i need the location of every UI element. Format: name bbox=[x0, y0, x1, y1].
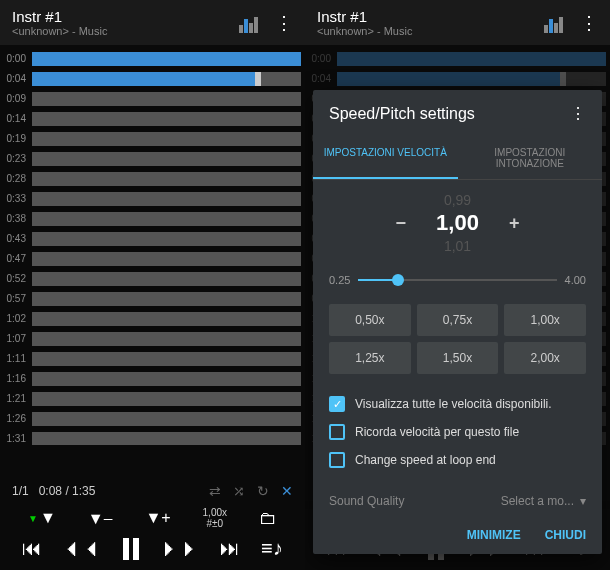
forward-button[interactable]: ⏵⏵ bbox=[160, 537, 200, 560]
waveform-timestamp: 1:21 bbox=[0, 393, 32, 404]
checkbox[interactable]: ✓ bbox=[329, 396, 345, 412]
speed-display[interactable]: 1,00x #±0 bbox=[203, 507, 227, 529]
waveform-timestamp: 0:09 bbox=[0, 93, 32, 104]
minimize-button[interactable]: MINIMIZE bbox=[467, 528, 521, 542]
waveform-row[interactable]: 1:26 bbox=[0, 409, 305, 428]
checkbox-row[interactable]: Change speed at loop end bbox=[329, 446, 586, 474]
rewind-button[interactable]: ⏴⏴ bbox=[63, 537, 103, 560]
waveform-row[interactable]: 0:47 bbox=[0, 249, 305, 268]
waveform-timestamp: 0:23 bbox=[0, 153, 32, 164]
repeat-icon[interactable]: ⇄ bbox=[209, 483, 221, 499]
quality-select[interactable]: Select a mo...▾ bbox=[501, 494, 586, 508]
waveform-timestamp: 1:07 bbox=[0, 333, 32, 344]
preset-button[interactable]: 2,00x bbox=[504, 342, 586, 374]
waveform-row[interactable]: 1:11 bbox=[0, 349, 305, 368]
waveform-timestamp: 0:14 bbox=[0, 113, 32, 124]
waveform-row[interactable]: 0:14 bbox=[0, 109, 305, 128]
preset-button[interactable]: 1,25x bbox=[329, 342, 411, 374]
waveform-row[interactable]: 0:04 bbox=[0, 69, 305, 88]
waveform-row[interactable]: 0:52 bbox=[0, 269, 305, 288]
waveform-row[interactable]: 0:04 bbox=[305, 69, 610, 88]
waveform-row[interactable]: 1:16 bbox=[0, 369, 305, 388]
waveform-timestamp: 0:52 bbox=[0, 273, 32, 284]
player-controls: 1/1 0:08 / 1:35 ⇄ ⤮ ↻ ✕ ▼▼ ▼‒ ▼+ 1,00x #… bbox=[0, 477, 305, 570]
checkbox[interactable] bbox=[329, 452, 345, 468]
folder-icon[interactable]: 🗀 bbox=[259, 508, 277, 529]
speed-minus-button[interactable]: − bbox=[396, 213, 407, 234]
checkbox-row[interactable]: Ricorda velocità per questo file bbox=[329, 418, 586, 446]
preset-button[interactable]: 1,00x bbox=[504, 304, 586, 336]
speed-slider[interactable] bbox=[358, 270, 556, 290]
checkbox-row[interactable]: ✓Visualizza tutte le velocità disponibil… bbox=[329, 390, 586, 418]
waveform-row[interactable]: 1:21 bbox=[0, 389, 305, 408]
tab-speed[interactable]: IMPOSTAZIONI VELOCITÀ bbox=[313, 137, 458, 179]
speed-prev: 0,99 bbox=[313, 192, 602, 208]
waveform-row[interactable]: 0:57 bbox=[0, 289, 305, 308]
equalizer-icon[interactable] bbox=[239, 13, 259, 33]
app-header: Instr #1 <unknown> - Music ⋮ bbox=[0, 0, 305, 45]
preset-button[interactable]: 1,50x bbox=[417, 342, 499, 374]
playlist-icon[interactable]: ≡♪ bbox=[261, 537, 283, 560]
waveform-timestamp: 0:19 bbox=[0, 133, 32, 144]
waveform-row[interactable]: 0:28 bbox=[0, 169, 305, 188]
speed-plus-button[interactable]: + bbox=[509, 213, 520, 234]
waveform-row[interactable]: 1:02 bbox=[0, 309, 305, 328]
waveform-timestamp: 0:00 bbox=[0, 53, 32, 64]
waveform-timestamp: 1:11 bbox=[0, 353, 32, 364]
checkbox-label: Ricorda velocità per questo file bbox=[355, 425, 519, 439]
waveform-row[interactable]: 1:07 bbox=[0, 329, 305, 348]
track-title: Instr #1 bbox=[317, 8, 544, 25]
waveform-timestamp: 1:16 bbox=[0, 373, 32, 384]
waveform-timestamp: 1:02 bbox=[0, 313, 32, 324]
dialog-menu-icon[interactable]: ⋮ bbox=[570, 104, 586, 123]
time-position: 0:08 / 1:35 bbox=[39, 484, 96, 498]
dialog-title: Speed/Pitch settings bbox=[329, 105, 475, 123]
tab-pitch[interactable]: IMPOSTAZIONI INTONAZIONE bbox=[458, 137, 603, 179]
vol-down-button[interactable]: ▼▼ bbox=[28, 509, 56, 527]
waveform-timestamp: 0:00 bbox=[305, 53, 337, 64]
waveform-row[interactable]: 0:00 bbox=[305, 49, 610, 68]
track-title: Instr #1 bbox=[12, 8, 239, 25]
right-pane: Instr #1 <unknown> - Music ⋮ 0:000:040:0… bbox=[305, 0, 610, 570]
waveform-row[interactable]: 0:33 bbox=[0, 189, 305, 208]
track-counter: 1/1 bbox=[12, 484, 29, 498]
play-pause-button[interactable] bbox=[123, 538, 139, 560]
waveform-row[interactable]: 0:38 bbox=[0, 209, 305, 228]
checkbox-list: ✓Visualizza tutte le velocità disponibil… bbox=[313, 386, 602, 486]
waveform-area[interactable]: 0:000:040:090:140:190:230:280:330:380:43… bbox=[0, 45, 305, 445]
speed-down-button[interactable]: ▼‒ bbox=[88, 509, 114, 528]
waveform-row[interactable]: 1:31 bbox=[0, 429, 305, 445]
quality-label: Sound Quality bbox=[329, 494, 404, 508]
cross-icon[interactable]: ✕ bbox=[281, 483, 293, 499]
waveform-timestamp: 0:28 bbox=[0, 173, 32, 184]
checkbox[interactable] bbox=[329, 424, 345, 440]
waveform-timestamp: 0:04 bbox=[0, 73, 32, 84]
equalizer-icon[interactable] bbox=[544, 13, 564, 33]
speed-value[interactable]: 1,00 bbox=[436, 210, 479, 236]
waveform-row[interactable]: 0:23 bbox=[0, 149, 305, 168]
prev-track-button[interactable]: ⏮ bbox=[22, 537, 42, 560]
waveform-timestamp: 0:38 bbox=[0, 213, 32, 224]
waveform-timestamp: 0:04 bbox=[305, 73, 337, 84]
waveform-timestamp: 1:31 bbox=[0, 433, 32, 444]
next-track-button[interactable]: ⏭ bbox=[220, 537, 240, 560]
slider-min: 0.25 bbox=[329, 274, 350, 286]
waveform-row[interactable]: 0:00 bbox=[0, 49, 305, 68]
speed-next: 1,01 bbox=[313, 238, 602, 254]
shuffle-icon[interactable]: ⤮ bbox=[233, 483, 245, 499]
waveform-timestamp: 0:57 bbox=[0, 293, 32, 304]
speed-up-button[interactable]: ▼+ bbox=[145, 509, 170, 527]
preset-button[interactable]: 0,50x bbox=[329, 304, 411, 336]
close-button[interactable]: CHIUDI bbox=[545, 528, 586, 542]
waveform-timestamp: 1:26 bbox=[0, 413, 32, 424]
waveform-row[interactable]: 0:19 bbox=[0, 129, 305, 148]
waveform-row[interactable]: 0:43 bbox=[0, 229, 305, 248]
loop-icon[interactable]: ↻ bbox=[257, 483, 269, 499]
chevron-down-icon: ▾ bbox=[580, 494, 586, 508]
menu-icon[interactable]: ⋮ bbox=[580, 12, 598, 34]
preset-grid: 0,50x0,75x1,00x1,25x1,50x2,00x bbox=[313, 298, 602, 386]
waveform-row[interactable]: 0:09 bbox=[0, 89, 305, 108]
waveform-timestamp: 0:47 bbox=[0, 253, 32, 264]
menu-icon[interactable]: ⋮ bbox=[275, 12, 293, 34]
preset-button[interactable]: 0,75x bbox=[417, 304, 499, 336]
